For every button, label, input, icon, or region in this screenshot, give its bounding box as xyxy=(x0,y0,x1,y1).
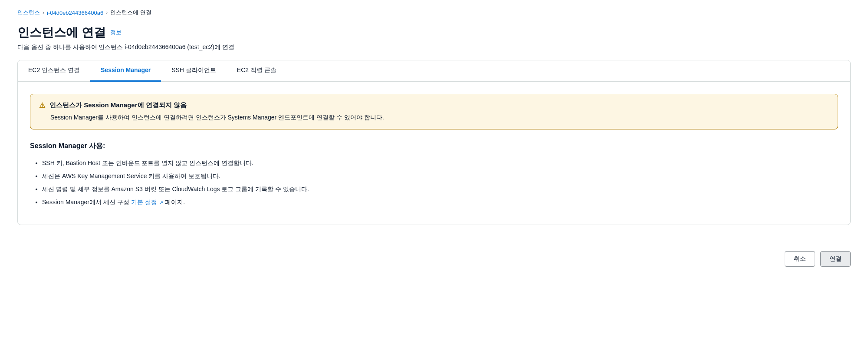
footer-bar: 취소 연결 xyxy=(0,242,868,275)
list-item: SSH 키, Bastion Host 또는 인바운드 포트를 열지 않고 인스… xyxy=(42,157,838,169)
section-title: Session Manager 사용: xyxy=(30,142,838,151)
tab-ec2-serial[interactable]: EC2 직렬 콘솔 xyxy=(227,60,287,82)
warning-icon: ⚠ xyxy=(39,101,45,109)
cancel-button[interactable]: 취소 xyxy=(785,251,815,267)
warning-box: ⚠ 인스턴스가 Session Manager에 연결되지 않음 Session… xyxy=(30,94,838,129)
page-title-area: 인스턴스에 연결 정보 xyxy=(17,24,851,41)
list-item: Session Manager에서 세션 구성 기본 설정 ↗ 페이지. xyxy=(42,196,838,208)
bullet-list: SSH 키, Bastion Host 또는 인바운드 포트를 열지 않고 인스… xyxy=(30,157,838,208)
breadcrumb-current: 인스턴스에 연결 xyxy=(110,9,151,17)
preferences-link[interactable]: 기본 설정 xyxy=(131,199,157,205)
tab-header: EC2 인스턴스 연결 Session Manager SSH 클라이언트 EC… xyxy=(18,60,850,82)
warning-text: Session Manager를 사용하여 인스턴스에 연결하려면 인스턴스가 … xyxy=(50,113,829,122)
page-subtitle: 다음 옵션 중 하나를 사용하여 인스턴스 i-04d0eb244366400a… xyxy=(17,43,851,51)
breadcrumb-sep-1: › xyxy=(43,10,44,16)
breadcrumb-instance-id[interactable]: i-04d0eb244366400a6 xyxy=(47,10,103,16)
warning-title: ⚠ 인스턴스가 Session Manager에 연결되지 않음 xyxy=(39,101,829,109)
tab-panel: EC2 인스턴스 연결 Session Manager SSH 클라이언트 EC… xyxy=(17,60,851,225)
tab-ec2-instance[interactable]: EC2 인스턴스 연결 xyxy=(18,60,90,82)
tab-ssh-client[interactable]: SSH 클라이언트 xyxy=(161,60,227,82)
list-item: 세션은 AWS Key Management Service 키를 사용하여 보… xyxy=(42,170,838,182)
info-link[interactable]: 정보 xyxy=(110,29,122,36)
tab-content: ⚠ 인스턴스가 Session Manager에 연결되지 않음 Session… xyxy=(18,82,850,225)
breadcrumb-sep-2: › xyxy=(106,10,108,16)
page-title: 인스턴스에 연결 정보 xyxy=(17,24,122,41)
external-link-icon: ↗ xyxy=(159,200,163,205)
breadcrumb: 인스턴스 › i-04d0eb244366400a6 › 인스턴스에 연결 xyxy=(17,9,851,17)
list-item: 세션 명령 및 세부 정보를 Amazon S3 버킷 또는 CloudWatc… xyxy=(42,183,838,195)
connect-button[interactable]: 연결 xyxy=(820,251,851,267)
tab-session-manager[interactable]: Session Manager xyxy=(90,60,161,82)
breadcrumb-instances[interactable]: 인스턴스 xyxy=(17,9,40,17)
